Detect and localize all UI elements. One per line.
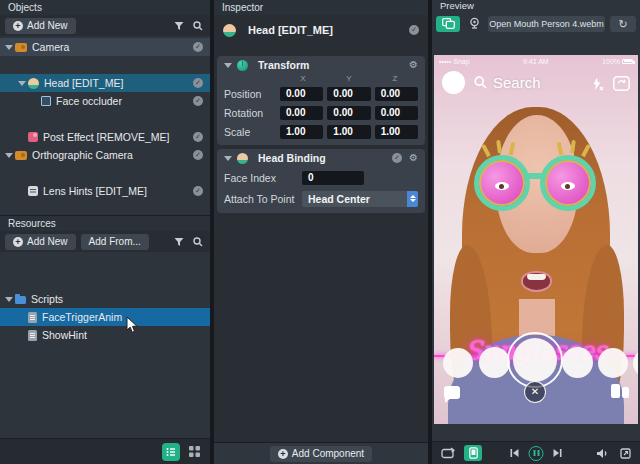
pause-button[interactable]	[529, 446, 544, 461]
visibility-toggle[interactable]: ✓	[193, 96, 203, 106]
head-binding-header[interactable]: Head Binding ✓ ⚙	[217, 149, 425, 167]
visibility-toggle[interactable]: ✓	[193, 78, 203, 88]
collapse-arrow[interactable]	[224, 154, 232, 162]
snapchat-search[interactable]: Search	[474, 74, 541, 91]
transform-row-label: Rotation	[224, 107, 276, 119]
transform-rows: Position0.000.000.00Rotation0.000.000.00…	[217, 84, 425, 141]
list-view-button[interactable]	[162, 443, 180, 461]
position-x-field[interactable]: 0.00	[280, 87, 323, 101]
tree-item-lighting[interactable]: Lighting✓	[0, 200, 210, 216]
search-icon	[193, 237, 203, 247]
resources-search-button[interactable]	[191, 235, 205, 249]
visibility-toggle[interactable]: ✓	[193, 150, 203, 160]
tree-item-head-edit-me[interactable]: Head [EDIT_ME]✓	[0, 74, 210, 92]
expand-arrow[interactable]	[4, 38, 15, 56]
face-index-field[interactable]: 0	[302, 171, 364, 185]
preview-screen[interactable]: ••••• Snap 9:41 AM 100% Search Sunglasse…	[434, 55, 638, 424]
position-z-field[interactable]: 0.00	[375, 87, 418, 101]
visibility-toggle[interactable]: ✓	[392, 153, 402, 163]
tree-item-meshes[interactable]: Meshes	[0, 272, 210, 290]
webcam-mode-button[interactable]	[465, 16, 483, 32]
reset-camera-button[interactable]	[440, 446, 457, 460]
expand-arrow[interactable]	[4, 146, 15, 164]
attach-to-point-select[interactable]: Head Center	[302, 191, 418, 207]
resources-add-new-button[interactable]: + Add New	[5, 234, 76, 250]
zoom-crop-button[interactable]	[618, 446, 632, 460]
volume-button[interactable]	[595, 446, 609, 460]
visibility-toggle[interactable]: ✓	[193, 132, 203, 142]
playback-controls	[508, 446, 565, 461]
scale-y-field[interactable]: 1.00	[327, 125, 370, 139]
tree-item-face-occluder[interactable]: Face occluder✓	[0, 92, 210, 110]
visibility-toggle[interactable]: ✓	[193, 186, 203, 196]
objects-toolbar: + Add New	[0, 15, 210, 36]
tree-item-sunglasses-remove-me[interactable]: Sunglasses [REMOVE_ME]	[0, 344, 210, 362]
tree-item-camera[interactable]: Camera✓	[0, 38, 210, 56]
arrow-spacer	[17, 182, 28, 200]
next-frame-icon	[553, 448, 563, 458]
objects-search-button[interactable]	[191, 19, 205, 33]
rotation-z-field[interactable]: 0.00	[375, 106, 418, 120]
tree-item-face-retouch[interactable]: Face Retouch✓	[0, 56, 210, 74]
phone-status-bar: ••••• Snap 9:41 AM 100%	[434, 56, 638, 66]
tree-item-scripts[interactable]: Scripts	[0, 290, 210, 308]
lens-carousel-item[interactable]	[562, 347, 593, 378]
tree-item-sunglasses-replace-me[interactable]: Sunglasses [REPLACE_ME]✓	[0, 110, 210, 128]
snapchat-avatar[interactable]	[442, 71, 465, 94]
close-lens-button[interactable]: ✕	[524, 381, 546, 403]
playback-right-controls	[595, 446, 632, 460]
next-frame-button[interactable]	[551, 446, 565, 460]
expand-arrow[interactable]	[17, 74, 28, 92]
tree-item-label: ShowHint	[42, 329, 87, 341]
tree-item-lens-hints-edit-me[interactable]: Lens Hints [EDIT_ME]✓	[0, 182, 210, 200]
lens-carousel-item[interactable]	[598, 348, 628, 378]
previous-frame-button[interactable]	[508, 446, 522, 460]
media-preview-mode-button[interactable]	[436, 16, 460, 32]
grid-view-button[interactable]	[186, 444, 202, 460]
tree-item-screen-effects-remove-me[interactable]: Screen Effects [REMOVE_ME]✓	[0, 164, 210, 182]
tree-item-label: Camera	[32, 41, 69, 53]
capture-button[interactable]	[513, 338, 557, 382]
lens-carousel-item[interactable]	[443, 348, 473, 378]
device-simulation-button[interactable]	[464, 445, 482, 461]
rotation-x-field[interactable]: 0.00	[280, 106, 323, 120]
add-component-button[interactable]: + Add Component	[270, 446, 372, 462]
gear-icon[interactable]: ⚙	[409, 60, 418, 70]
inspector-object-header[interactable]: Head [EDIT_ME] ✓	[214, 17, 428, 43]
select-stepper[interactable]	[407, 191, 418, 207]
tree-item-textures[interactable]: Textures	[0, 362, 210, 380]
head-icon	[223, 24, 236, 37]
scale-z-field[interactable]: 1.00	[375, 125, 418, 139]
visibility-toggle[interactable]: ✓	[193, 42, 203, 52]
arrow-spacer	[30, 92, 41, 110]
tree-item-showhint[interactable]: ShowHint	[0, 326, 210, 344]
preview-panel: Preview Open Mouth Person 4.webm ↻	[432, 0, 640, 464]
transform-header[interactable]: Transform ⚙	[217, 56, 425, 74]
flip-camera-icon[interactable]	[613, 76, 630, 91]
objects-add-new-button[interactable]: + Add New	[5, 18, 76, 34]
tree-item-post-effect-remove-me[interactable]: Post Effect [REMOVE_ME]✓	[0, 128, 210, 146]
inspector-object-name: Head [EDIT_ME]	[248, 24, 333, 36]
resources-filter-button[interactable]	[172, 235, 186, 249]
objects-filter-button[interactable]	[172, 19, 186, 33]
tree-item-orthographic-camera[interactable]: Orthographic Camera✓	[0, 146, 210, 164]
lens-carousel-item[interactable]	[479, 347, 510, 378]
gear-icon[interactable]: ⚙	[409, 153, 418, 163]
previous-frame-icon	[510, 448, 520, 458]
rotation-y-field[interactable]: 0.00	[327, 106, 370, 120]
resources-add-from-button[interactable]: Add From...	[81, 234, 149, 250]
chat-icon[interactable]	[444, 386, 460, 399]
webcam-icon	[468, 17, 481, 30]
position-y-field[interactable]: 0.00	[327, 87, 370, 101]
inspector-footer: + Add Component	[214, 442, 428, 464]
tree-item-facetriggeranim[interactable]: FaceTriggerAnim	[0, 308, 210, 326]
scale-x-field[interactable]: 1.00	[280, 125, 323, 139]
restart-preview-button[interactable]: ↻	[610, 16, 636, 32]
preview-source-dropdown[interactable]: Open Mouth Person 4.webm	[488, 16, 605, 32]
tree-item-materials[interactable]: Materials	[0, 254, 210, 272]
expand-arrow[interactable]	[4, 290, 15, 308]
collapse-arrow[interactable]	[224, 61, 232, 69]
flash-off-icon[interactable]	[591, 77, 604, 91]
visibility-toggle[interactable]: ✓	[409, 25, 419, 35]
stories-icon[interactable]	[611, 384, 629, 399]
